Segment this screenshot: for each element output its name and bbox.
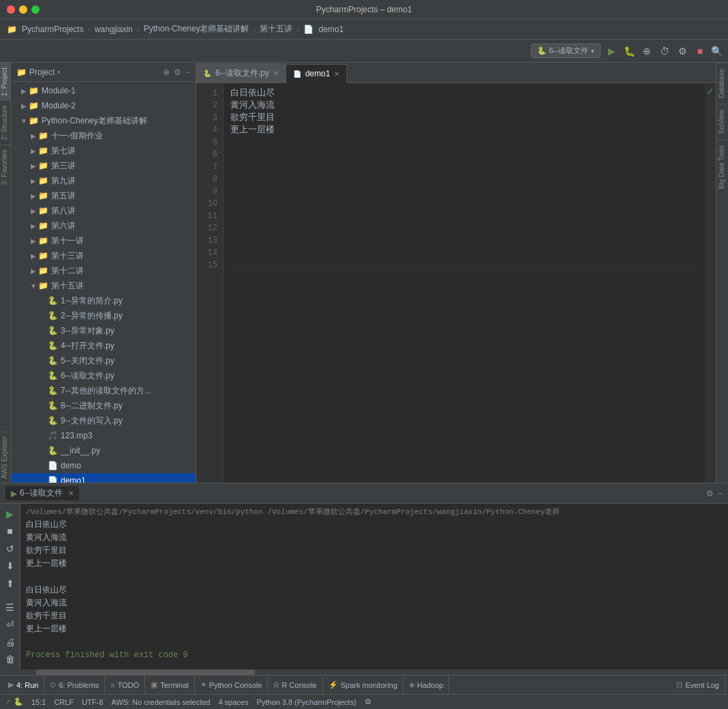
run-stop-icon[interactable]: ■ <box>3 524 18 539</box>
debug-button[interactable]: 🐛 <box>622 46 636 57</box>
bottom-tab-python-console[interactable]: ✦ Python Console <box>195 676 269 695</box>
tree-item-cheney[interactable]: ▼ 📁 Python-Cheney老师基础讲解 <box>11 113 196 128</box>
tree-item-file1[interactable]: ▶ 🐍 1--异常的简介.py <box>11 293 196 308</box>
status-position[interactable]: 15:1 <box>31 698 46 706</box>
status-crlf[interactable]: CRLF <box>54 698 74 706</box>
run-scroll-up-icon[interactable]: ⬆ <box>3 576 18 591</box>
tree-item-file5[interactable]: ▶ 🐍 5--关闭文件.py <box>11 353 196 368</box>
database-panel-tab[interactable]: Database <box>716 63 728 104</box>
tree-item-demo1[interactable]: ▶ 📄 demo1 <box>11 473 196 483</box>
run-wrap-icon[interactable]: ⏎ <box>3 617 18 632</box>
tree-item-lec3[interactable]: ▶ 📁 第三讲 <box>11 158 196 173</box>
run-tab-close[interactable]: ✕ <box>68 489 74 497</box>
breadcrumb-item-1[interactable]: wangjiaxin <box>95 25 133 34</box>
bottom-tab-todo[interactable]: ≡ TODO <box>105 676 145 695</box>
bottom-tab-terminal[interactable]: ▣ Terminal <box>145 676 195 695</box>
tree-item-mp3[interactable]: ▶ 🎵 123.mp3 <box>11 428 196 443</box>
run-scrollbar[interactable] <box>0 669 728 675</box>
run-clear-icon[interactable]: 🗑 <box>3 652 18 667</box>
tree-item-init[interactable]: ▶ 🐍 __init__.py <box>11 443 196 458</box>
tree-item-lec8[interactable]: ▶ 📁 第八讲 <box>11 203 196 218</box>
code-line-8 <box>230 173 698 185</box>
tree-item-lec7[interactable]: ▶ 📁 第七讲 <box>11 143 196 158</box>
venv-check-icon: ✓ <box>5 697 12 706</box>
tree-item-lec6[interactable]: ▶ 📁 第六讲 <box>11 218 196 233</box>
search-button[interactable]: 🔍 <box>711 46 723 57</box>
maximize-button[interactable] <box>31 5 40 14</box>
run-filter-icon[interactable]: ☰ <box>3 600 18 615</box>
breadcrumb-item-3[interactable]: 第十五讲 <box>260 23 292 35</box>
coverage-button[interactable]: ⊕ <box>640 46 654 57</box>
vtab-favorites[interactable]: 2: Favorites <box>0 145 10 189</box>
py-icon: 🐍 <box>48 446 58 455</box>
stop-button[interactable]: ■ <box>693 46 707 57</box>
settings-icon[interactable]: ⚙ <box>174 67 181 77</box>
minimize-button[interactable] <box>19 5 27 14</box>
status-settings[interactable]: ⚙ <box>365 697 371 706</box>
tree-item-module1[interactable]: ▶ 📁 Module-1 <box>11 83 196 98</box>
vtab-aws[interactable]: AWS Explorer <box>0 432 10 483</box>
tree-item-file2[interactable]: ▶ 🐍 2--异常的传播.py <box>11 308 196 323</box>
code-line-9 <box>230 185 698 198</box>
close-button[interactable] <box>7 5 15 14</box>
tree-item-demo[interactable]: ▶ 📄 demo <box>11 458 196 473</box>
bottom-tab-run[interactable]: ▶ 4: Run <box>3 676 44 695</box>
folder-icon: 📁 <box>38 221 48 230</box>
tree-item-lec15[interactable]: ▼ 📁 第十五讲 <box>11 278 196 293</box>
tree-item-file8[interactable]: ▶ 🐍 8--二进制文件.py <box>11 398 196 413</box>
minimize-icon[interactable]: − <box>718 489 723 498</box>
collapse-icon[interactable]: − <box>185 67 190 77</box>
code-line-11 <box>230 210 698 222</box>
tree-item-module2[interactable]: ▶ 📁 Module-2 <box>11 98 196 113</box>
tree-item-lec9[interactable]: ▶ 📁 第九讲 <box>11 173 196 188</box>
tree-item-file3[interactable]: ▶ 🐍 3--异常对象.py <box>11 323 196 338</box>
code-content[interactable]: 白日依山尽 黄河入海流 欲穷千里目 更上一层楼 <box>224 83 705 483</box>
tree-item-lec12[interactable]: ▶ 📁 第十二讲 <box>11 263 196 278</box>
run-config-button[interactable]: 🐍 6--读取文件 ▾ <box>531 44 601 58</box>
breadcrumb-item-2[interactable]: Python-Cheney老师基础讲解 <box>144 23 249 35</box>
bottom-tab-event-log[interactable]: ⊡ Event Log <box>671 676 725 695</box>
tab-close-readfile[interactable]: ✕ <box>273 70 279 77</box>
code-line-3: 欲穷千里目 <box>230 112 698 124</box>
breadcrumb-item-0[interactable]: PycharmProjects <box>22 25 84 34</box>
tab-demo1[interactable]: 📄 demo1 ✕ <box>286 64 348 83</box>
folder-icon: 📁 <box>38 266 48 275</box>
tree-item-file6[interactable]: ▶ 🐍 6--读取文件.py <box>11 368 196 383</box>
breadcrumb-item-4[interactable]: demo1 <box>318 25 344 34</box>
tab-close-demo1[interactable]: ✕ <box>334 70 339 78</box>
status-charset[interactable]: UTF-8 <box>82 698 103 706</box>
run-button[interactable]: ▶ <box>605 46 618 57</box>
status-python[interactable]: Python 3.8 (PycharmProjects) <box>256 698 356 706</box>
bigdata-panel-tab[interactable]: Big Data Tools <box>716 139 728 194</box>
tree-item-file9[interactable]: ▶ 🐍 9--文件的写入.py <box>11 413 196 428</box>
add-icon[interactable]: ⊕ <box>163 67 170 77</box>
settings-icon[interactable]: ⚙ <box>706 489 714 498</box>
build-button[interactable]: ⚙ <box>676 46 689 57</box>
run-tab[interactable]: ▶ 6--读取文件 ✕ <box>5 486 79 500</box>
tree-item-file4[interactable]: ▶ 🐍 4--打开文件.py <box>11 338 196 353</box>
tree-item-file7[interactable]: ▶ 🐍 7--其他的读取文件的方... <box>11 383 196 398</box>
tree-item-holiday[interactable]: ▶ 📁 十一-假期作业 <box>11 128 196 143</box>
bottom-tab-hadoop[interactable]: ◈ Hadoop <box>404 676 450 695</box>
status-aws[interactable]: AWS: No credentials selected <box>111 698 210 706</box>
run-print-icon[interactable]: 🖨 <box>3 635 18 650</box>
run-rerun-icon[interactable]: ↺ <box>3 541 18 556</box>
spark-icon: ⚡ <box>329 680 338 689</box>
run-play-icon[interactable]: ▶ <box>3 507 18 522</box>
output-line-5: 白日依山尽 <box>26 584 723 597</box>
sciview-panel-tab[interactable]: SciView <box>716 104 728 139</box>
bottom-tab-problems[interactable]: ⊙ 6: Problems <box>44 676 105 695</box>
status-indent[interactable]: 4 spaces <box>218 698 248 706</box>
run-scroll-down-icon[interactable]: ⬇ <box>3 559 18 574</box>
profile-button[interactable]: ⏱ <box>658 46 671 57</box>
tab-read-file[interactable]: 🐍 6--读取文件.py ✕ <box>196 63 286 82</box>
vtab-project[interactable]: 1: Project <box>0 63 10 100</box>
vtab-structure[interactable]: 2: Structure <box>0 100 10 145</box>
bottom-tab-spark[interactable]: ⚡ Spark monitoring <box>323 676 404 695</box>
tree-item-lec5[interactable]: ▶ 📁 第五讲 <box>11 188 196 203</box>
status-venv[interactable]: ✓ 🐍 <box>5 697 23 706</box>
window-controls[interactable] <box>7 5 40 14</box>
tree-item-lec13[interactable]: ▶ 📁 第十三讲 <box>11 248 196 263</box>
bottom-tab-r-console[interactable]: R R Console <box>268 676 322 695</box>
tree-item-lec11[interactable]: ▶ 📁 第十一讲 <box>11 233 196 248</box>
